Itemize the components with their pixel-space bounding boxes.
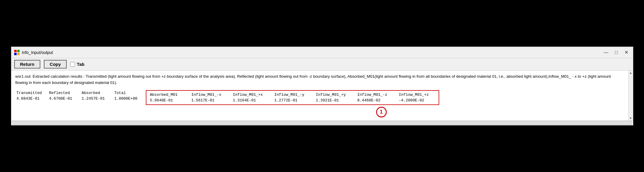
header-inflow-my: Inflow_M01_-y	[273, 92, 315, 98]
main-table-data-row: 4.0843E-01 4.6700E-01 1.2457E-01 1.0000E…	[15, 96, 146, 101]
value-total: 1.0000E+00	[113, 96, 146, 101]
main-table: Transmitted Reflected Absorbed Total 4.0…	[15, 90, 146, 101]
highlighted-header-row: Absorbed_M01 Inflow_M01_-x Inflow_M01_+x…	[149, 92, 436, 98]
value-inflow-mx: 1.5617E-01	[190, 98, 232, 103]
bottom-bar	[11, 120, 633, 125]
title-bar-left: Info_Input/output	[14, 50, 53, 55]
main-window: Info_Input/output — □ ✕ Return Copy Tab …	[11, 47, 633, 125]
minimize-button[interactable]: —	[602, 50, 610, 55]
value-absorbed: 1.2457E-01	[81, 96, 113, 101]
scroll-down-arrow[interactable]: ▼	[629, 117, 632, 120]
description-text: wsr1.out: Extracted calculation results …	[15, 74, 629, 86]
copy-button[interactable]: Copy	[44, 60, 67, 69]
main-table-header-row: Transmitted Reflected Absorbed Total	[15, 90, 146, 96]
window-title: Info_Input/output	[22, 50, 53, 55]
scrollbar-vertical[interactable]: ▲ ▼	[628, 71, 633, 120]
svg-rect-2	[14, 53, 17, 55]
svg-rect-1	[17, 50, 20, 52]
highlighted-box: Absorbed_M01 Inflow_M01_-x Inflow_M01_+x…	[146, 90, 439, 105]
value-inflow-pz: -4.2809E-02	[398, 98, 436, 103]
close-button[interactable]: ✕	[623, 50, 630, 55]
header-absorbed-m01: Absorbed_M01	[149, 92, 190, 98]
title-bar-controls: — □ ✕	[602, 50, 630, 55]
horizontal-scrollbar[interactable]	[12, 121, 632, 125]
data-table-area: Transmitted Reflected Absorbed Total 4.0…	[15, 90, 629, 105]
tab-checkbox-container[interactable]: Tab	[70, 62, 84, 67]
tab-checkbox[interactable]	[70, 62, 75, 67]
app-icon	[14, 50, 20, 55]
value-absorbed-m01: 5.9640E-01	[149, 98, 190, 103]
svg-rect-3	[17, 53, 20, 55]
toolbar: Return Copy Tab	[11, 58, 633, 71]
value-inflow-mz: 8.4468E-02	[356, 98, 398, 103]
header-transmitted: Transmitted	[15, 90, 48, 96]
value-transmitted: 4.0843E-01	[15, 96, 48, 101]
header-absorbed: Absorbed	[81, 90, 113, 96]
header-inflow-px: Inflow_M01_+x	[232, 92, 273, 98]
scroll-up-arrow[interactable]: ▲	[629, 71, 632, 74]
return-button[interactable]: Return	[14, 60, 40, 69]
maximize-button[interactable]: □	[613, 50, 620, 55]
content-area: ▲ ▼ wsr1.out: Extracted calculation resu…	[11, 71, 633, 120]
value-inflow-px: 1.3164E-01	[232, 98, 273, 103]
annotation-circle-1: 1	[376, 107, 387, 117]
highlighted-table: Absorbed_M01 Inflow_M01_-x Inflow_M01_+x…	[149, 92, 436, 103]
title-bar: Info_Input/output — □ ✕	[11, 47, 633, 58]
annotation-area: 1	[15, 107, 629, 117]
header-total: Total	[113, 90, 146, 96]
highlighted-data-row: 5.9640E-01 1.5617E-01 1.3164E-01 1.2772E…	[149, 98, 436, 103]
header-inflow-mz: Inflow_M01_-z	[356, 92, 398, 98]
value-inflow-my: 1.2772E-01	[273, 98, 315, 103]
header-inflow-mx: Inflow_M01_-x	[190, 92, 232, 98]
svg-rect-0	[14, 50, 17, 52]
value-reflected: 4.6700E-01	[48, 96, 81, 101]
header-reflected: Reflected	[48, 90, 81, 96]
header-inflow-py: Inflow_M01_+y	[315, 92, 356, 98]
header-inflow-pz: Inflow_M01_+z	[398, 92, 436, 98]
value-inflow-py: 1.3921E-01	[315, 98, 356, 103]
tab-label: Tab	[77, 62, 84, 67]
